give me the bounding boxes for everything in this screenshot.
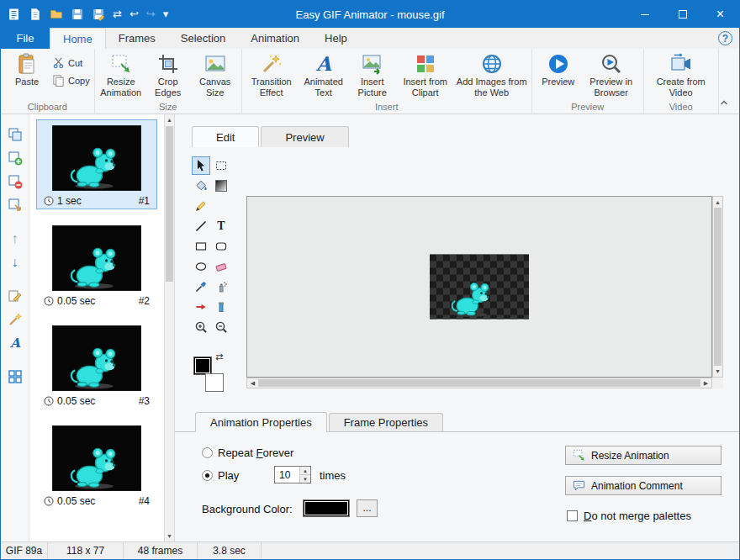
zoom-in-tool[interactable] xyxy=(192,318,210,336)
help-icon[interactable]: ? xyxy=(718,31,732,45)
spinner-up-icon[interactable]: ▲ xyxy=(300,467,310,475)
frame-item-3[interactable]: 0.05 sec #3 xyxy=(36,320,157,409)
paste-button[interactable]: Paste xyxy=(3,50,50,87)
minimize-button[interactable] xyxy=(626,1,663,28)
move-frame-up-button[interactable]: ↑ xyxy=(5,229,25,249)
tab-frames[interactable]: Frames xyxy=(106,28,168,49)
scroll-right-icon[interactable]: ▶ xyxy=(700,378,711,388)
preview-in-browser-button[interactable]: Preview in Browser xyxy=(582,50,641,98)
spinner-down-icon[interactable]: ▼ xyxy=(300,475,310,483)
copy-button[interactable]: Copy xyxy=(52,74,90,87)
tab-edit[interactable]: Edit xyxy=(192,126,259,147)
close-button[interactable]: × xyxy=(701,1,739,28)
play-radio[interactable]: Play xyxy=(202,469,239,482)
maximize-icon xyxy=(679,10,687,18)
background-color-swatch[interactable] xyxy=(205,373,224,392)
frame-item-1[interactable]: 1 sec #1 xyxy=(36,119,157,209)
extract-frame-button[interactable] xyxy=(5,195,25,215)
resize-animation-button[interactable]: Resize Animation xyxy=(98,50,145,98)
scroll-up-icon[interactable]: ▲ xyxy=(165,114,174,125)
tab-animation-properties[interactable]: Animation Properties xyxy=(195,412,327,432)
tab-help[interactable]: Help xyxy=(312,28,360,49)
cut-button[interactable]: Cut xyxy=(52,56,90,69)
qat-dropdown-icon[interactable]: ▾ xyxy=(163,8,169,21)
spray-tool[interactable] xyxy=(212,277,230,296)
rounded-rectangle-tool[interactable] xyxy=(212,237,230,256)
frame-item-2[interactable]: 0.05 sec #2 xyxy=(36,219,157,309)
gradient-tool[interactable] xyxy=(212,177,230,195)
resize-animation-panel-button[interactable]: Resize Animation xyxy=(565,446,722,465)
insert-from-clipart-button[interactable]: Insert from Clipart xyxy=(396,50,455,98)
scroll-down-icon[interactable]: ▼ xyxy=(713,366,722,377)
tab-animation[interactable]: Animation xyxy=(238,28,312,49)
rectangle-tool[interactable] xyxy=(192,237,210,256)
transition-effect-button[interactable]: Transition Effect xyxy=(245,50,299,98)
eraser-tool[interactable] xyxy=(212,257,230,276)
save-as-icon[interactable] xyxy=(92,8,105,21)
frame-list-scrollbar[interactable]: ▲ ▼ xyxy=(164,114,175,542)
select-tool[interactable] xyxy=(192,156,210,175)
repeat-forever-radio[interactable]: Repeat Forever xyxy=(202,446,293,459)
add-images-from-web-button[interactable]: Add Images from the Web xyxy=(455,50,529,98)
swap-colors-icon[interactable]: ⇄ xyxy=(215,351,223,362)
brush-tool[interactable] xyxy=(212,197,230,215)
tab-preview[interactable]: Preview xyxy=(261,126,348,147)
pencil-tool[interactable] xyxy=(192,197,210,215)
delete-frame-icon xyxy=(8,174,23,189)
text-tool[interactable]: T xyxy=(212,217,230,235)
scroll-down-icon[interactable]: ▼ xyxy=(165,531,174,542)
scrollbar-thumb[interactable] xyxy=(714,208,722,366)
frame-item-4[interactable]: 0.05 sec #4 xyxy=(36,420,157,510)
animation-comment-button[interactable]: Animation Comment xyxy=(565,476,722,495)
animation-background-color-swatch[interactable] xyxy=(303,499,350,517)
scrollbar-thumb[interactable] xyxy=(166,126,173,282)
edit-frame-button[interactable] xyxy=(5,286,25,306)
tab-file[interactable]: File xyxy=(1,28,50,49)
canvas-vertical-scrollbar[interactable]: ▲ ▼ xyxy=(712,196,723,378)
crop-edges-button[interactable]: Crop Edges xyxy=(145,50,192,98)
background-color-browse-button[interactable]: ... xyxy=(357,499,378,517)
fill-tool[interactable] xyxy=(192,177,210,195)
add-frame-button[interactable] xyxy=(5,148,25,168)
preview-button[interactable]: Preview xyxy=(535,50,582,87)
foreground-color-swatch[interactable] xyxy=(193,357,212,375)
canvas-horizontal-scrollbar[interactable]: ◀ ▶ xyxy=(246,378,712,388)
marquee-select-tool[interactable] xyxy=(212,156,230,175)
gif-image[interactable] xyxy=(430,255,529,320)
edit-canvas[interactable] xyxy=(246,196,712,378)
animated-text-button[interactable]: A Animated Text xyxy=(299,50,349,98)
create-from-video-button[interactable]: Create from Video xyxy=(647,50,716,98)
new-document-icon[interactable] xyxy=(29,8,42,21)
zoom-out-tool[interactable] xyxy=(212,318,230,336)
frame-effects-button[interactable] xyxy=(5,309,25,330)
play-count-value[interactable]: 10 xyxy=(275,467,299,483)
color-replace-tool[interactable] xyxy=(212,298,230,316)
save-icon[interactable] xyxy=(71,8,84,21)
maximize-button[interactable] xyxy=(663,1,701,28)
move-frame-down-button[interactable]: ↓ xyxy=(5,252,25,272)
status-duration: 3.8 sec xyxy=(198,542,262,559)
undo-icon[interactable]: ↩ xyxy=(130,8,139,21)
eyedropper-tool[interactable] xyxy=(192,277,210,296)
ellipse-tool[interactable] xyxy=(192,257,210,276)
insert-picture-button[interactable]: Insert Picture xyxy=(349,50,396,98)
ribbon-group-preview: Preview Preview in Browser Preview xyxy=(532,49,644,114)
merge-palettes-checkbox[interactable]: Do not merge palettes xyxy=(567,510,691,522)
canvas-size-button[interactable]: Canvas Size xyxy=(192,50,239,98)
duplicate-frame-button[interactable] xyxy=(5,124,25,145)
delete-frame-button[interactable] xyxy=(5,172,25,192)
tab-frame-properties[interactable]: Frame Properties xyxy=(329,413,443,431)
thumbnail-view-button[interactable] xyxy=(5,367,25,387)
export-icon[interactable]: ⇄ xyxy=(113,8,122,21)
frame-text-button[interactable]: A xyxy=(5,333,25,353)
collapse-ribbon-button[interactable] xyxy=(718,97,730,108)
tab-home[interactable]: Home xyxy=(50,28,106,49)
arrow-tool[interactable] xyxy=(192,298,210,316)
tab-selection[interactable]: Selection xyxy=(168,28,238,49)
scroll-left-icon[interactable]: ◀ xyxy=(247,378,258,388)
scrollbar-thumb[interactable] xyxy=(258,379,700,387)
scroll-up-icon[interactable]: ▲ xyxy=(713,197,722,208)
line-tool[interactable] xyxy=(192,217,210,235)
play-count-spinner[interactable]: 10 ▲ ▼ xyxy=(274,466,311,483)
open-folder-icon[interactable] xyxy=(50,8,63,21)
